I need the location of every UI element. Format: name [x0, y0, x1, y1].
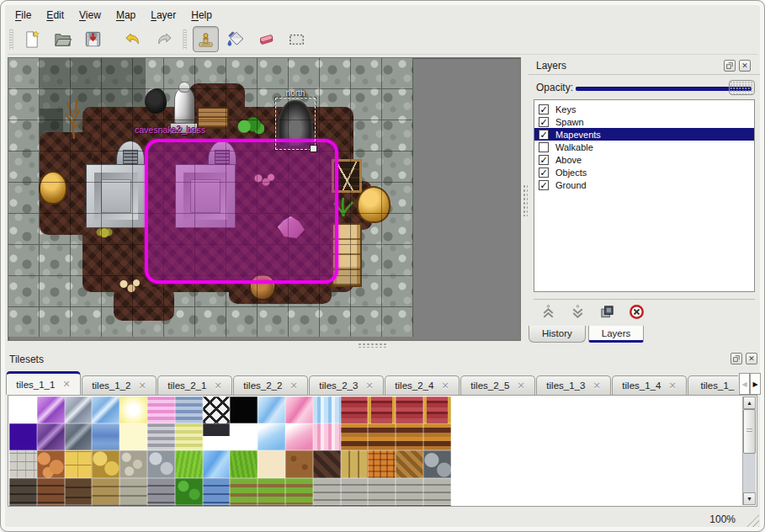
- tile-pebbles-tan[interactable]: [120, 450, 147, 477]
- opacity-slider-track[interactable]: [576, 87, 752, 91]
- tile-dark-floor[interactable]: [423, 505, 451, 507]
- tile-stripes-gray[interactable]: [147, 423, 175, 450]
- resize-grip[interactable]: [746, 514, 759, 527]
- tile-sand-pale[interactable]: [258, 450, 285, 477]
- tile-banner-blue[interactable]: [313, 396, 341, 423]
- layer-row-walkable[interactable]: Walkable: [534, 141, 754, 153]
- tile-planks-gray[interactable]: [368, 478, 396, 505]
- tile-planks-gray[interactable]: [423, 478, 451, 505]
- layer-visibility-checkbox[interactable]: [539, 142, 549, 152]
- tile-crystal-gray[interactable]: [65, 396, 93, 423]
- tab-close-icon[interactable]: ✕: [365, 380, 373, 391]
- layer-visibility-checkbox[interactable]: ✓: [539, 180, 549, 190]
- tile-crystal-darkpurple[interactable]: [37, 423, 65, 450]
- tile-dark-floor[interactable]: [396, 505, 423, 507]
- tile-wall-blue-brick[interactable]: [203, 478, 231, 505]
- tab-history[interactable]: History: [529, 326, 586, 343]
- eraser-tool-button[interactable]: [253, 26, 279, 52]
- tile-planks-gray[interactable]: [313, 478, 341, 505]
- tile-solid-black[interactable]: [230, 396, 258, 423]
- palette-scrollbar[interactable]: ▲ ▼: [742, 396, 756, 505]
- menu-layer[interactable]: Layer: [145, 8, 185, 23]
- tile-water-blue[interactable]: [92, 423, 120, 450]
- raise-layer-button[interactable]: [539, 303, 557, 322]
- tile-dark-floor[interactable]: [65, 505, 93, 507]
- tile-stones-gray[interactable]: [147, 450, 175, 477]
- tab-close-icon[interactable]: ✕: [214, 380, 221, 391]
- tile-lattice-black[interactable]: [203, 396, 231, 423]
- toolbar-grip[interactable]: [9, 29, 13, 50]
- float-panel-button[interactable]: [724, 60, 736, 72]
- delete-layer-button[interactable]: [627, 303, 645, 322]
- tab-close-icon[interactable]: ✕: [517, 380, 524, 391]
- layer-row-spawn[interactable]: ✓Spawn: [534, 115, 754, 128]
- opacity-slider-handle[interactable]: [729, 80, 755, 95]
- tile-solid-indigo[interactable]: [9, 423, 37, 450]
- layer-visibility-checkbox[interactable]: ✓: [539, 155, 549, 165]
- lower-layer-button[interactable]: [568, 303, 587, 322]
- scroll-tabs-right-button[interactable]: ▶: [750, 373, 761, 395]
- layer-visibility-checkbox[interactable]: ✓: [539, 117, 549, 127]
- tile-dark-floor[interactable]: [92, 505, 120, 507]
- tile-wall-red-gold[interactable]: [368, 396, 396, 423]
- tile-patch-blue[interactable]: [258, 423, 285, 450]
- scroll-up-button[interactable]: ▲: [743, 396, 756, 409]
- tile-blank-white[interactable]: [230, 423, 258, 450]
- stamp-tool-button[interactable]: [193, 26, 219, 52]
- save-file-button[interactable]: [80, 26, 106, 52]
- tile-weave-orange[interactable]: [368, 450, 396, 477]
- select-rect-tool-button[interactable]: [284, 26, 310, 52]
- tile-crystal-darkgray[interactable]: [65, 423, 93, 450]
- tab-close-icon[interactable]: ✕: [592, 380, 600, 391]
- tile-grass-dirt-rows[interactable]: [285, 478, 313, 505]
- tile-wall-red[interactable]: [341, 396, 369, 423]
- close-panel-button[interactable]: ✕: [739, 60, 751, 72]
- undo-button[interactable]: [120, 26, 146, 52]
- tile-water-sparkle[interactable]: [203, 450, 231, 477]
- tile-wall-gold-brown[interactable]: [396, 423, 423, 450]
- tile-wall-brown-brick[interactable]: [37, 478, 65, 505]
- tile-stripes-olive[interactable]: [175, 423, 203, 450]
- float-tilesets-button[interactable]: [730, 353, 742, 364]
- menu-view[interactable]: View: [73, 8, 110, 23]
- tile-wall-gray-brick[interactable]: [147, 478, 175, 505]
- tile-dark-grass[interactable]: [285, 505, 313, 507]
- tile-dark-floor[interactable]: [368, 505, 396, 507]
- tile-grass-dirt-rows[interactable]: [230, 478, 258, 505]
- close-tilesets-button[interactable]: ✕: [746, 353, 757, 364]
- tile-planks-gray[interactable]: [396, 478, 423, 505]
- tileset-tab-tiles_1_3[interactable]: tiles_1_3✕: [536, 375, 611, 395]
- menu-edit[interactable]: Edit: [40, 8, 73, 23]
- tile-dark-floor[interactable]: [203, 505, 231, 507]
- tab-close-icon[interactable]: ✕: [138, 380, 146, 391]
- tileset-tab-tiles_1_4[interactable]: tiles_1_4✕: [612, 375, 687, 395]
- tab-close-icon[interactable]: ✕: [290, 380, 297, 391]
- tile-wall-gold-brown[interactable]: [368, 423, 396, 450]
- selection-handle[interactable]: [310, 145, 317, 152]
- tile-wall-darkbrown-brick[interactable]: [65, 478, 93, 505]
- tile-dark-floor[interactable]: [341, 505, 369, 507]
- menu-map[interactable]: Map: [110, 8, 145, 23]
- tile-glow-yellow[interactable]: [120, 396, 147, 423]
- fill-tool-button[interactable]: [223, 26, 249, 52]
- redo-button[interactable]: [151, 26, 177, 52]
- map-viewport[interactable]: north cavesnake2_boss: [8, 57, 521, 341]
- tile-planks-olive[interactable]: [341, 450, 369, 477]
- tile-dark-floor[interactable]: [120, 505, 147, 507]
- layer-visibility-checkbox[interactable]: ✓: [539, 104, 549, 114]
- tile-dirt-dotted[interactable]: [285, 450, 313, 477]
- scroll-down-button[interactable]: ▼: [743, 492, 756, 505]
- tile-planks-gray[interactable]: [341, 478, 369, 505]
- menu-help[interactable]: Help: [185, 8, 221, 23]
- selection-rectangle[interactable]: [145, 139, 338, 284]
- layer-row-keys[interactable]: ✓Keys: [534, 103, 754, 115]
- tile-wall-gold-brown[interactable]: [341, 423, 369, 450]
- duplicate-layer-button[interactable]: [598, 303, 616, 322]
- layer-visibility-checkbox[interactable]: ✓: [539, 130, 549, 140]
- new-file-button[interactable]: [19, 26, 45, 52]
- tab-layers[interactable]: Layers: [588, 326, 645, 343]
- tileset-tab-tiles_2_2[interactable]: tiles_2_2✕: [233, 375, 308, 395]
- tile-grass-bright[interactable]: [175, 450, 203, 477]
- tab-close-icon[interactable]: ✕: [441, 380, 449, 391]
- tile-cobble-orange[interactable]: [37, 450, 65, 477]
